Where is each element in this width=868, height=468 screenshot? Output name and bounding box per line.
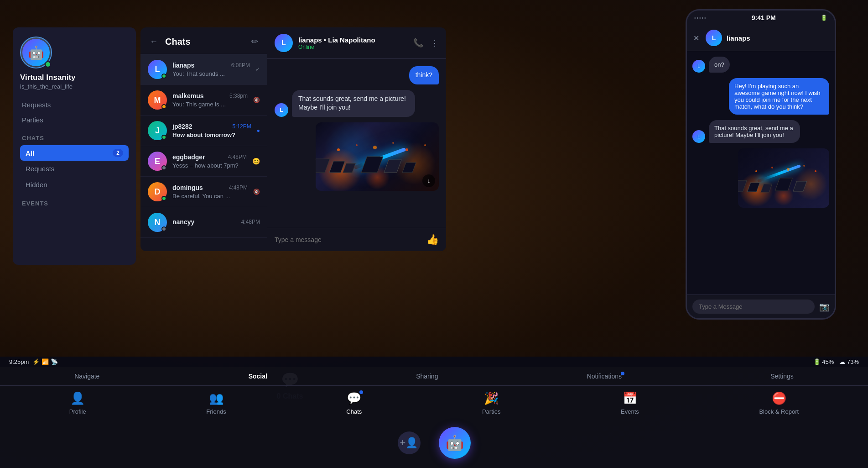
bottom-icon-block[interactable]: ⛔ Block & Report xyxy=(759,391,799,415)
chat-avatar-jp8282: J xyxy=(148,121,167,140)
tab-settings[interactable]: Settings xyxy=(761,371,803,382)
block-label: Block & Report xyxy=(759,408,799,415)
compose-icon[interactable]: ✏ xyxy=(249,35,260,48)
chat-time-eggbadger: 4:48PM xyxy=(228,154,247,160)
call-icon[interactable]: 📞 xyxy=(413,38,423,48)
chat-input[interactable] xyxy=(275,236,421,243)
chat-item-eggbadger[interactable]: E eggbadger 4:48PM Yesss – how about 7pm… xyxy=(140,146,267,177)
chat-avatar-malkemus: M xyxy=(148,90,167,110)
phone-send-button[interactable]: 📷 xyxy=(819,302,829,312)
phone-message-input[interactable] xyxy=(692,300,815,314)
phone-messages: L on? Hey! I'm playing such an awesome g… xyxy=(687,51,835,294)
svg-point-21 xyxy=(815,170,816,172)
bottom-icon-chats[interactable]: 💬 Chats xyxy=(346,391,362,415)
chat-header-actions: 📞 ⋮ xyxy=(413,38,439,48)
bottom-icon-profile[interactable]: 👤 Profile xyxy=(69,391,86,415)
chat-name-eggbadger: eggbadger xyxy=(172,153,205,161)
phone-bubble-received-1: on? xyxy=(709,57,730,73)
svg-point-9 xyxy=(392,142,394,144)
phone-signal-dots: ••••• xyxy=(694,16,707,21)
fab-area: +👤 🤖 xyxy=(0,422,868,468)
svg-rect-15 xyxy=(775,178,792,191)
chat-item-lianaps[interactable]: L lianaps 6:08PM You: That sounds ... ✓ xyxy=(140,54,267,85)
block-icon: ⛔ xyxy=(772,391,786,405)
chat-window: L lianaps • Lia Napolitano Online 📞 ⋮ th… xyxy=(267,27,446,251)
svg-point-11 xyxy=(424,144,426,146)
sidebar-item-requests[interactable]: Requests xyxy=(20,97,129,112)
sidebar-item-requests-sub[interactable]: Requests xyxy=(20,161,129,177)
chat-meta-jp8282: ● xyxy=(257,127,260,134)
chat-header-status: Online xyxy=(298,44,408,50)
bottom-icon-friends[interactable]: 👥 Friends xyxy=(206,391,226,415)
status-dot-jp8282 xyxy=(161,135,166,140)
chat-name-domingus: domingus xyxy=(172,184,203,191)
chat-item-jp8282[interactable]: J jp8282 5:12PM How about tomorrow? ● xyxy=(140,116,267,146)
phone-battery: 🔋 xyxy=(821,15,827,21)
tab-social[interactable]: Social xyxy=(239,371,276,382)
fab-main-button[interactable]: 🤖 xyxy=(439,427,471,459)
chat-item-domingus[interactable]: D domingus 4:48PM Be careful. You can ..… xyxy=(140,177,267,207)
bottom-icon-parties[interactable]: 🎉 Parties xyxy=(482,391,500,415)
tab-sharing[interactable]: Sharing xyxy=(407,371,447,382)
muted-icon: 🔇 xyxy=(253,97,260,103)
sidebar-item-all[interactable]: All 2 xyxy=(20,145,129,161)
chat-time-nancyy: 4:48PM xyxy=(241,219,260,225)
bottom-icon-events[interactable]: 📅 Events xyxy=(621,391,639,415)
chat-avatar-lianaps: L xyxy=(148,60,167,79)
tab-navigate[interactable]: Navigate xyxy=(65,371,109,382)
like-button[interactable]: 👍 xyxy=(426,234,439,246)
phone-time: 9:41 PM xyxy=(752,14,776,21)
profile-icon: 👤 xyxy=(70,391,85,405)
status-dot-lianaps xyxy=(161,74,166,79)
phone-received-avatar-1: L xyxy=(692,60,705,73)
phone-close-button[interactable]: ✕ xyxy=(693,34,699,42)
tab-notifications[interactable]: Notifications xyxy=(578,371,631,382)
chat-name-lianaps: lianaps xyxy=(172,62,194,69)
phone-game-image-container xyxy=(692,148,829,208)
more-icon[interactable]: ⋮ xyxy=(431,38,439,48)
chat-info-jp8282: jp8282 5:12PM How about tomorrow? xyxy=(172,123,251,138)
profile-name: Virtual Insanity xyxy=(20,73,76,82)
chat-list-header: ← Chats ✏ xyxy=(140,27,267,54)
chat-item-malkemus[interactable]: M malkemus 5:38pm You: This game is ... … xyxy=(140,85,267,116)
back-button[interactable]: ← xyxy=(148,35,160,48)
sent-bubble-1: think? xyxy=(409,66,439,84)
svg-rect-12 xyxy=(738,180,747,192)
svg-rect-3 xyxy=(361,157,383,173)
add-friend-icon: +👤 xyxy=(400,437,418,449)
chat-info-malkemus: malkemus 5:38pm You: This game is ... xyxy=(172,92,248,108)
received-avatar: L xyxy=(275,103,288,117)
status-dot-eggbadger xyxy=(161,165,166,170)
sidebar-item-parties[interactable]: Parties xyxy=(20,112,129,127)
svg-point-10 xyxy=(405,148,408,151)
fab-add-button[interactable]: +👤 xyxy=(398,431,421,454)
avatar-wrapper: 🤖 xyxy=(20,37,52,68)
wifi-icon: 📶 xyxy=(42,358,49,365)
status-bar: 9:25pm ⚡ 📶 📡 🔋 45% ☁ 73% xyxy=(0,357,868,367)
chat-preview-malkemus: You: This game is ... xyxy=(172,101,248,108)
scroll-down-icon[interactable]: ↓ xyxy=(422,174,435,187)
chat-meta-eggbadger: 😊 xyxy=(252,158,260,165)
status-time: 9:25pm xyxy=(9,358,29,365)
chat-input-area: 👍 xyxy=(267,228,446,251)
chat-time-domingus: 4:48PM xyxy=(229,184,248,191)
game-image-inner xyxy=(316,122,439,191)
status-left: 9:25pm ⚡ 📶 📡 xyxy=(9,358,58,365)
chat-meta-domingus: 🔇 xyxy=(253,189,260,195)
chat-meta-malkemus: 🔇 xyxy=(253,97,260,103)
sidebar-item-hidden[interactable]: Hidden xyxy=(20,177,129,193)
status-dot-malkemus xyxy=(161,104,166,109)
status-dot-domingus xyxy=(161,196,166,201)
chat-item-nancyy[interactable]: N nancyy 4:48PM xyxy=(140,207,267,238)
friends-icon: 👥 xyxy=(209,391,223,405)
phone-msg-received-2: L That sounds great, send me a picture! … xyxy=(692,120,829,143)
unread-dot: ● xyxy=(257,127,260,134)
svg-rect-1 xyxy=(329,161,345,173)
profile-label: Profile xyxy=(69,408,86,415)
chat-info-eggbadger: eggbadger 4:48PM Yesss – how about 7pm? xyxy=(172,153,247,169)
svg-rect-16 xyxy=(793,181,807,191)
phone-received-avatar-2: L xyxy=(692,130,705,143)
phone-chat-contact-name: lianaps xyxy=(727,34,750,42)
chat-time-lianaps: 6:08PM xyxy=(231,62,250,68)
delivered-icon: ✓ xyxy=(255,66,260,73)
